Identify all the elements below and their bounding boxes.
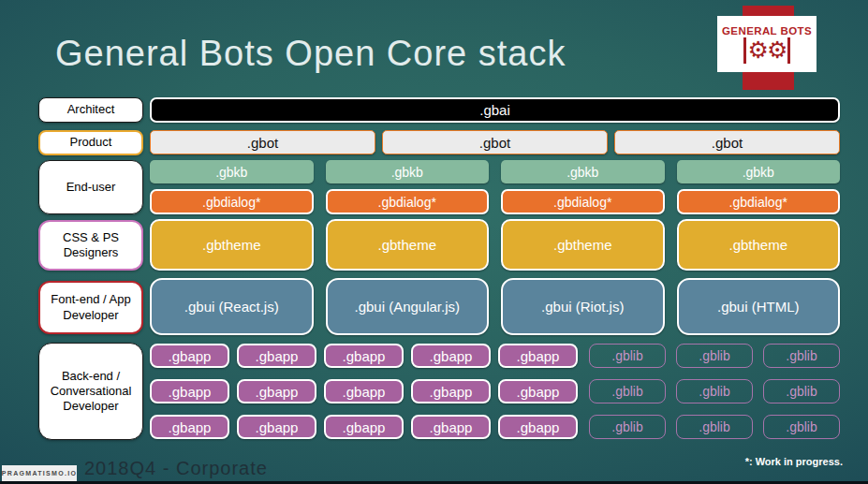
gbapp-box: .gbapp bbox=[237, 344, 316, 368]
gbapp-box: .gbapp bbox=[324, 379, 404, 403]
gears-icon: ⚙⚙ bbox=[742, 37, 792, 64]
gbapp-box: .gbapp bbox=[498, 344, 578, 368]
gblib-box: .gblib bbox=[676, 415, 753, 439]
label-backend-conversational-developer: Back-end / Conversational Developer bbox=[38, 343, 143, 440]
gbkb-box: .gbkb bbox=[150, 160, 314, 183]
gbapp-box: .gbapp bbox=[324, 415, 404, 439]
page-title: General Bots Open Core stack bbox=[55, 34, 566, 74]
gbapp-box: .gbapp bbox=[498, 415, 578, 439]
label-end-user: End-user bbox=[38, 160, 143, 214]
gblib-box: .gblib bbox=[763, 415, 840, 439]
gbapp-box: .gbapp bbox=[237, 415, 316, 439]
row-gbdialog: .gbdialog* .gbdialog* .gbdialog* .gbdial… bbox=[150, 189, 840, 214]
gbapp-group: .gbapp .gbapp .gbapp .gbapp .gbapp bbox=[150, 344, 578, 368]
row-gbui: .gbui (React.js) .gbui (Angular.js) .gbu… bbox=[150, 278, 840, 335]
gbtheme-box: .gbtheme bbox=[677, 219, 841, 271]
label-architect: Architect bbox=[38, 97, 143, 123]
label-product: Product bbox=[38, 130, 143, 155]
footer-edition-text: 2018Q4 - Corporate bbox=[84, 458, 268, 479]
gbapp-group: .gbapp .gbapp .gbapp .gbapp .gbapp bbox=[150, 379, 578, 403]
row-gbot: .gbot .gbot .gbot bbox=[150, 130, 840, 154]
slide: General Bots Open Core stack GENERAL BOT… bbox=[0, 0, 868, 484]
row-backend-2: .gbapp .gbapp .gbapp .gbapp .gbapp .gbli… bbox=[150, 379, 840, 403]
gbdialog-box: .gbdialog* bbox=[326, 189, 490, 214]
gbtheme-box: .gbtheme bbox=[326, 219, 490, 271]
gbapp-box: .gbapp bbox=[411, 344, 491, 368]
work-in-progress-note: *: Work in progress. bbox=[745, 456, 843, 467]
gbot-box: .gbot bbox=[382, 130, 608, 154]
gbapp-group: .gbapp .gbapp .gbapp .gbapp .gbapp bbox=[150, 415, 578, 439]
pragmatismo-logo: PRAGMATISMO.IO bbox=[2, 465, 77, 481]
gbai-box: .gbai bbox=[150, 97, 840, 123]
gblib-box: .gblib bbox=[676, 344, 753, 368]
gbapp-box: .gbapp bbox=[411, 379, 491, 403]
gbapp-box: .gbapp bbox=[150, 379, 229, 403]
gbapp-box: .gbapp bbox=[324, 344, 404, 368]
gbdialog-box: .gbdialog* bbox=[501, 189, 665, 214]
gear-bar-right bbox=[787, 37, 790, 64]
gbkb-box: .gbkb bbox=[501, 160, 665, 183]
gblib-box: .gblib bbox=[676, 379, 753, 403]
gbapp-box: .gbapp bbox=[237, 379, 316, 403]
gbapp-box: .gbapp bbox=[498, 379, 578, 403]
gbapp-box: .gbapp bbox=[150, 344, 229, 368]
row-gbtheme: .gbtheme .gbtheme .gbtheme .gbtheme bbox=[150, 219, 840, 271]
pragmatismo-logo-text: PRAGMATISMO.IO bbox=[2, 470, 77, 477]
row-backend-1: .gbapp .gbapp .gbapp .gbapp .gbapp .gbli… bbox=[150, 344, 840, 368]
gbui-react-box: .gbui (React.js) bbox=[150, 278, 314, 335]
gbui-html-box: .gbui (HTML) bbox=[677, 278, 841, 335]
gbapp-box: .gbapp bbox=[411, 415, 491, 439]
gblib-box: .gblib bbox=[589, 415, 666, 439]
gblib-group: .gblib .gblib .gblib bbox=[589, 415, 840, 439]
label-css-ps-designers: CSS & PS Designers bbox=[38, 220, 143, 271]
gbdialog-box: .gbdialog* bbox=[150, 189, 314, 214]
gbot-box: .gbot bbox=[150, 130, 375, 154]
row-gbai: .gbai bbox=[150, 97, 840, 123]
gblib-box: .gblib bbox=[589, 344, 666, 368]
gbapp-box: .gbapp bbox=[150, 415, 229, 439]
label-frontend-app-developer: Font-end / App Developer bbox=[38, 281, 143, 334]
gbui-riot-box: .gbui (Riot.js) bbox=[501, 278, 665, 335]
gbkb-box: .gbkb bbox=[326, 160, 490, 183]
gblib-box: .gblib bbox=[589, 379, 666, 403]
gbtheme-box: .gbtheme bbox=[501, 219, 665, 271]
row-gbkb: .gbkb .gbkb .gbkb .gbkb bbox=[150, 160, 840, 183]
gblib-box: .gblib bbox=[763, 344, 840, 368]
gbkb-box: .gbkb bbox=[677, 160, 841, 183]
logo-brand-text: GENERAL BOTS bbox=[722, 25, 812, 37]
gbui-angular-box: .gbui (Angular.js) bbox=[326, 278, 490, 335]
gblib-group: .gblib .gblib .gblib bbox=[589, 379, 840, 403]
gbtheme-box: .gbtheme bbox=[150, 219, 314, 271]
gbdialog-box: .gbdialog* bbox=[677, 189, 841, 214]
gbot-box: .gbot bbox=[614, 130, 840, 154]
row-backend-3: .gbapp .gbapp .gbapp .gbapp .gbapp .gbli… bbox=[150, 415, 840, 439]
gear-bar-left bbox=[743, 37, 746, 64]
gblib-box: .gblib bbox=[763, 379, 840, 403]
general-bots-logo: GENERAL BOTS ⚙⚙ bbox=[717, 16, 817, 72]
gear-glyphs: ⚙⚙ bbox=[748, 38, 787, 62]
gblib-group: .gblib .gblib .gblib bbox=[589, 344, 840, 368]
